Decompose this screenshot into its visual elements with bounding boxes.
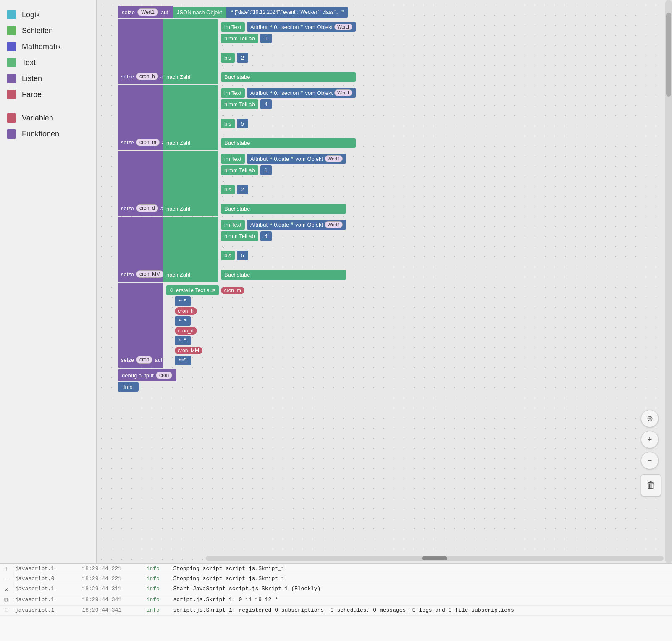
setze-cron-m-row[interactable]: setze cron_m auf	[121, 139, 160, 148]
scrollbar-horizontal-thumb[interactable]	[422, 556, 447, 560]
wert1-pill[interactable]: Wert1	[137, 8, 158, 16]
scrollbar-vertical[interactable]	[665, 0, 672, 563]
num2-block-2[interactable]: 5	[237, 119, 248, 128]
debug-block[interactable]: debug output cron	[118, 369, 176, 381]
log-msg-2: Start JavaScript script.js.Skript_1 (Blo…	[171, 584, 672, 595]
nimm-block-4[interactable]: nimm Teil ab	[221, 231, 258, 241]
attr-value-block-2[interactable]: Attribut ❝ 0._section ❞ vom Objekt Wert1	[247, 88, 356, 98]
buchstabe-block-4[interactable]: Buchstabe	[221, 270, 346, 280]
sidebar-item-mathematik[interactable]: Mathematik	[0, 39, 96, 55]
debug-cron-pill[interactable]: cron	[156, 372, 172, 379]
wert1-pill-2[interactable]: Wert1	[334, 89, 352, 96]
cron-mm-pill[interactable]: cron_MM	[136, 270, 164, 278]
section-1: setze cron_h auf nach Zahl	[118, 19, 359, 84]
wert1-pill-1[interactable]: Wert1	[334, 24, 352, 30]
buchstabe-block-3[interactable]: Buchstabe	[221, 204, 346, 214]
sep3-val: ❝ ❞	[179, 338, 186, 344]
center-view-button[interactable]: ⊕	[641, 410, 659, 427]
setze-cron-row[interactable]: setze cron auf	[121, 356, 160, 365]
close-quote-top: ❞	[341, 10, 344, 15]
log-source-1: javascript.0	[13, 574, 79, 584]
attribut-block-1[interactable]: im Text	[221, 22, 245, 32]
nimm-block-1[interactable]: nimm Teil ab	[221, 34, 258, 43]
section-5-left: setze cron auf	[118, 283, 163, 368]
section-3-middle: nach Zahl	[163, 151, 218, 216]
section-4-left: setze cron_MM auf	[118, 217, 163, 282]
cron-h-pill[interactable]: cron_h	[136, 73, 158, 80]
funktionen-color	[7, 129, 16, 139]
sidebar-item-schleifen[interactable]: Schleifen	[0, 23, 96, 39]
num1-block-1[interactable]: 1	[260, 34, 272, 43]
sidebar-item-listen[interactable]: Listen	[0, 71, 96, 86]
sep1-block[interactable]: ❝ ❞	[175, 296, 191, 306]
nimm-block-2[interactable]: nimm Teil ab	[221, 99, 258, 109]
scrollbar-horizontal[interactable]	[206, 556, 664, 561]
attr-value-block-1[interactable]: Attribut ❝ 0._section ❞ vom Objekt Wert1	[247, 22, 356, 32]
log-msg-0: Stopping script script.js.Skript_1	[171, 564, 672, 574]
json-objekt-block[interactable]: JSON nach Objekt	[173, 7, 226, 18]
log-icon-4: ≡	[0, 606, 13, 616]
num2-block-1[interactable]: 2	[237, 53, 248, 63]
scrollbar-vertical-thumb[interactable]	[666, 13, 671, 97]
json-value-block[interactable]: ❝ {"date":"19.12.2024","event":"Wecker",…	[226, 7, 349, 18]
sep3-block[interactable]: ❝ ❞	[175, 336, 191, 345]
im-text-3[interactable]: im Text	[221, 154, 245, 164]
bis-block-4[interactable]: bis	[221, 251, 235, 260]
cron-pill[interactable]: cron	[136, 356, 152, 364]
sidebar-item-text[interactable]: Text	[0, 55, 96, 71]
setze-wert1-block[interactable]: setze Wert1 auf	[118, 6, 173, 18]
canvas-area[interactable]: ⊕ + − 🗑	[97, 0, 672, 563]
vom-obj-2: vom Objekt	[305, 90, 333, 96]
bis-block-3[interactable]: bis	[221, 185, 235, 194]
cron-m-pill[interactable]: cron_m	[136, 139, 160, 146]
wert1-pill-4[interactable]: Wert1	[325, 221, 343, 228]
trash-icon: 🗑	[646, 480, 656, 491]
cron-m-val[interactable]: cron_m	[221, 287, 244, 294]
sidebar-item-logik[interactable]: Logik	[0, 7, 96, 23]
sidebar-item-variablen[interactable]: Variablen	[0, 110, 96, 126]
attr-value-block-4[interactable]: Attribut ❝ 0.date ❞ vom Objekt Wert1	[247, 220, 346, 230]
section-1-left: setze cron_h auf	[118, 19, 163, 84]
num1-block-3[interactable]: 1	[260, 165, 272, 175]
erstelle-block[interactable]: ⚙ erstelle Text aus	[166, 285, 219, 295]
im-text-2[interactable]: im Text	[221, 88, 245, 98]
nimm-block-3[interactable]: nimm Teil ab	[221, 165, 258, 175]
attribut-label-2: Attribut	[250, 90, 268, 96]
attr-value-block-3[interactable]: Attribut ❝ 0.date ❞ vom Objekt Wert1	[247, 154, 346, 164]
sidebar-item-funktionen[interactable]: Funktionen	[0, 126, 96, 142]
trash-button[interactable]: 🗑	[641, 474, 661, 496]
sep4-block[interactable]: ❝*❞	[175, 356, 191, 365]
dot-3b: .	[221, 196, 346, 202]
nimm-label-1: nimm Teil ab	[224, 35, 255, 42]
sep2-val: ❝ ❞	[179, 318, 186, 324]
sep2-block[interactable]: ❝ ❞	[175, 316, 191, 326]
zoom-out-button[interactable]: −	[641, 452, 659, 469]
log-row: ≡ javascript.1 18:29:44.341 info script.…	[0, 606, 672, 616]
wert1-pill-3[interactable]: Wert1	[325, 155, 343, 162]
setze-cron-h-row[interactable]: setze cron_h auf	[121, 73, 160, 82]
num1-block-4[interactable]: 4	[260, 231, 272, 241]
cron-mm-val[interactable]: cron_MM	[175, 347, 202, 354]
cron-d-pill[interactable]: cron_d	[136, 204, 158, 212]
num1-block-2[interactable]: 4	[260, 99, 272, 109]
auf-label: auf	[161, 9, 168, 16]
log-icon-0: ↓	[0, 564, 13, 574]
buchstabe-block-2[interactable]: Buchstabe	[221, 138, 356, 148]
cron-h-val[interactable]: cron_h	[175, 307, 197, 315]
sidebar-item-farbe[interactable]: Farbe	[0, 86, 96, 102]
im-text-4[interactable]: im Text	[221, 220, 245, 230]
buchstabe-block-1[interactable]: Buchstabe	[221, 72, 356, 82]
zoom-in-button[interactable]: +	[641, 431, 659, 448]
nach-zahl-label-3: nach Zahl	[166, 206, 214, 214]
setze-cron-mm-row[interactable]: setze cron_MM auf	[121, 270, 160, 280]
bis-block-1[interactable]: bis	[221, 53, 235, 63]
bis-block-2[interactable]: bis	[221, 119, 235, 128]
num2-block-4[interactable]: 5	[237, 251, 248, 260]
setze-label-3: setze	[121, 205, 134, 212]
mathematik-color	[7, 42, 16, 51]
sidebar-label-text: Text	[22, 58, 36, 67]
setze-cron-d-row[interactable]: setze cron_d auf	[121, 204, 160, 214]
cron-d-val[interactable]: cron_d	[175, 327, 197, 335]
info-block[interactable]: Info	[118, 382, 139, 392]
num2-block-3[interactable]: 2	[237, 185, 248, 194]
